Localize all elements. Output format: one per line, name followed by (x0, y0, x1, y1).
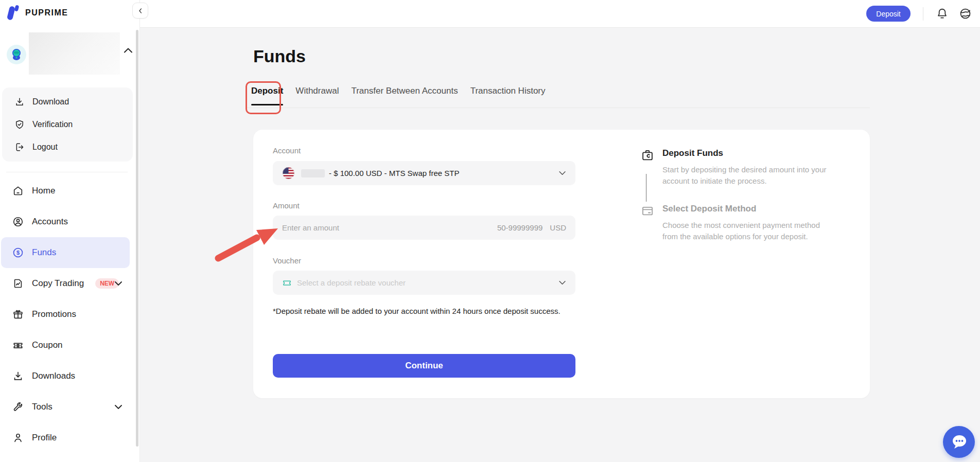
step-select-deposit-method: Select Deposit Method Choose the most co… (641, 204, 847, 242)
sidebar-item-label: Accounts (32, 217, 68, 227)
sidebar: PUPRIME Download (0, 0, 140, 462)
sidebar-item-downloads[interactable]: Downloads (0, 361, 133, 392)
menu-item-label: Logout (32, 143, 58, 152)
sidebar-item-label: Funds (32, 247, 56, 258)
menu-item-verification[interactable]: Verification (2, 113, 133, 136)
sidebar-item-funds[interactable]: $ Funds (1, 237, 130, 268)
account-label: Account (273, 146, 301, 155)
chevron-up-icon[interactable] (124, 47, 133, 54)
accounts-icon (12, 216, 24, 227)
tab-transfer-between-accounts[interactable]: Transfer Between Accounts (351, 86, 458, 105)
logout-icon (14, 142, 25, 152)
gift-icon (12, 309, 24, 320)
voucher-label: Voucher (273, 256, 301, 265)
download-icon (12, 370, 24, 382)
svg-text:$: $ (16, 250, 20, 256)
funds-tabs: Deposit Withdrawal Transfer Between Acco… (251, 86, 546, 105)
tab-transaction-history[interactable]: Transaction History (470, 86, 546, 105)
sidebar-item-accounts[interactable]: Accounts (0, 206, 133, 237)
chat-bubble-icon (950, 434, 968, 450)
step-description: Start by depositing the desired amount i… (662, 164, 832, 187)
sidebar-collapse-button[interactable] (132, 3, 148, 19)
step-title: Deposit Funds (662, 148, 847, 158)
step-description: Choose the most convenient payment metho… (662, 220, 832, 242)
chevron-down-icon (558, 171, 566, 175)
coupon-icon (12, 340, 24, 351)
home-icon (12, 185, 24, 197)
us-flag-icon (282, 167, 295, 180)
main-content: Funds Deposit Withdrawal Transfer Betwee… (140, 28, 980, 462)
account-number-redacted (301, 169, 325, 177)
step-connector-line (646, 174, 646, 202)
shield-check-icon (14, 119, 25, 130)
copy-trading-icon (12, 278, 24, 289)
globe-icon (959, 7, 972, 20)
deposit-rebate-note: *Deposit rebate will be added to your ac… (273, 307, 561, 315)
sidebar-item-home[interactable]: Home (0, 175, 133, 206)
deposit-card: Account - (253, 130, 870, 398)
page-title: Funds (253, 46, 306, 66)
sidebar-nav: Home Accounts $ Funds (0, 175, 133, 453)
chevron-down-icon (114, 404, 122, 410)
wrench-icon (12, 401, 24, 413)
amount-input[interactable] (282, 223, 497, 232)
brand-logo-icon (6, 5, 21, 21)
ticket-icon (282, 278, 292, 288)
menu-item-label: Download (32, 97, 69, 106)
amount-label: Amount (273, 201, 300, 210)
amount-currency: USD (550, 223, 566, 232)
sidebar-item-label: Tools (32, 402, 52, 412)
sidebar-divider (6, 172, 128, 172)
amount-field: 50-99999999 USD (273, 216, 575, 240)
chat-fab-button[interactable] (943, 426, 975, 458)
tab-withdrawal[interactable]: Withdrawal (295, 86, 339, 105)
chevron-down-icon (558, 280, 566, 285)
sidebar-item-promotions[interactable]: Promotions (0, 299, 133, 330)
sidebar-item-tools[interactable]: Tools (0, 392, 133, 422)
top-bar: Deposit (140, 0, 980, 28)
header-divider (923, 7, 923, 21)
payment-card-icon (641, 204, 654, 218)
avatar (7, 45, 26, 64)
download-icon (14, 97, 25, 107)
sidebar-item-label: Promotions (32, 309, 76, 319)
continue-button[interactable]: Continue (273, 354, 575, 378)
brand-logo[interactable]: PUPRIME (6, 5, 68, 21)
tab-deposit[interactable]: Deposit (251, 86, 283, 105)
language-button[interactable] (959, 7, 972, 20)
header-deposit-button[interactable]: Deposit (866, 6, 911, 22)
sidebar-item-label: Downloads (32, 371, 75, 381)
menu-item-download[interactable]: Download (2, 91, 133, 113)
tabs-divider (247, 108, 870, 108)
sidebar-item-label: Home (32, 186, 55, 196)
sidebar-scrollbar[interactable] (136, 30, 138, 447)
step-deposit-funds: Deposit Funds Start by depositing the de… (641, 148, 847, 187)
voucher-select-placeholder: Select a deposit rebate voucher (297, 278, 406, 287)
menu-item-logout[interactable]: Logout (2, 136, 133, 158)
account-menu: Download Verification Logout (2, 87, 133, 162)
user-profile[interactable] (0, 31, 133, 77)
person-icon (12, 432, 24, 443)
sidebar-item-label: Coupon (32, 340, 63, 350)
sidebar-item-coupon[interactable]: Coupon (0, 330, 133, 361)
sidebar-item-profile[interactable]: Profile (0, 422, 133, 453)
brand-name: PUPRIME (25, 8, 68, 17)
sidebar-item-label: Profile (32, 433, 57, 443)
chevron-down-icon (114, 281, 122, 286)
bell-icon (936, 7, 949, 20)
account-select-value: - $ 100.00 USD - MTS Swap free STP (329, 169, 459, 177)
account-select[interactable]: - $ 100.00 USD - MTS Swap free STP (273, 161, 575, 185)
deposit-box-icon (641, 149, 654, 162)
username-redacted (29, 32, 120, 75)
funds-icon: $ (12, 247, 24, 258)
voucher-select[interactable]: Select a deposit rebate voucher (273, 271, 575, 295)
amount-range-hint: 50-99999999 (497, 223, 542, 232)
menu-item-label: Verification (32, 120, 73, 129)
active-tab-underline (251, 104, 283, 105)
sidebar-item-copy-trading[interactable]: Copy Trading NEW (0, 268, 133, 299)
step-title: Select Deposit Method (662, 204, 847, 214)
sidebar-item-label: Copy Trading (32, 278, 84, 289)
notifications-button[interactable] (936, 7, 949, 20)
